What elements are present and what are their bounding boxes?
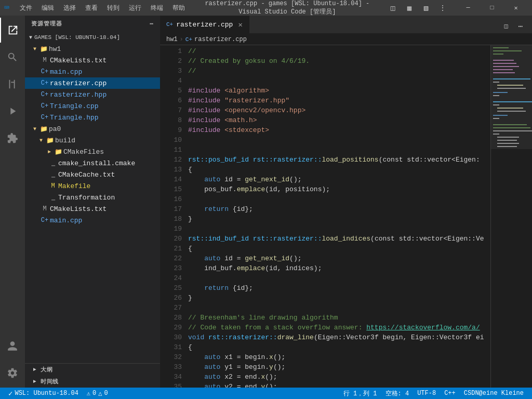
cmake-install-icon: ⎯ (48, 159, 58, 167)
tree-folder-cmakefiles[interactable]: ► 📁 CMakeFiles (25, 146, 160, 157)
activity-run[interactable] (0, 99, 25, 124)
code-line-17: return {id}; (188, 204, 490, 214)
activity-search[interactable] (0, 45, 25, 70)
build-label: build (55, 137, 75, 144)
triangle-cpp-label: Triangle.cpp (50, 102, 99, 110)
encoding-label: UTF-8 (417, 390, 436, 397)
makefile-icon: M (48, 182, 58, 190)
breadcrumb-file[interactable]: rasterizer.cpp (194, 36, 247, 43)
tree-folder-build[interactable]: ▼ 📁 build (25, 135, 160, 146)
code-line-15: pos_buf.emplace(id, positions); (188, 184, 490, 194)
warning-count: 0 (104, 390, 108, 397)
tree-file-main-cpp[interactable]: C+ main.cpp (25, 66, 160, 77)
tree-file-triangle-hpp[interactable]: C+ Triangle.hpp (25, 112, 160, 123)
menu-select[interactable]: 选择 (59, 3, 80, 14)
tree-file-cmakecache[interactable]: ⎯ CMakeCache.txt (25, 169, 160, 180)
activity-settings[interactable] (0, 361, 25, 385)
tab-close-button[interactable]: ✕ (238, 20, 242, 29)
code-line-23: ind_buf.emplace(id, indices); (188, 263, 490, 273)
status-spaces[interactable]: 空格: 4 (381, 388, 414, 399)
menu-edit[interactable]: 编辑 (37, 3, 58, 14)
code-line-30: void rst::rasterizer::draw_line(Eigen::V… (188, 332, 490, 342)
breadcrumb-hw1[interactable]: hw1 (166, 36, 178, 43)
sidebar-more-button[interactable]: ⋯ (150, 20, 154, 27)
maximize-button[interactable]: □ (480, 0, 504, 16)
transformation-label: Transformation (58, 194, 115, 202)
code-line-9: #include <stdexcept> (188, 125, 490, 135)
cmakecache-icon: ⎯ (48, 171, 58, 178)
minimize-button[interactable]: — (456, 0, 480, 16)
tree-file-rasterizer-cpp[interactable]: C+ rasterizer.cpp (25, 77, 160, 89)
split-editor-right-button[interactable]: ◫ (499, 19, 513, 33)
code-editor: 12345 678910 1112131415 1617181920 21222… (160, 45, 532, 388)
editor-area: C+ rasterizer.cpp ✕ ◫ ⋯ hw1 › C+ rasteri… (160, 16, 532, 388)
activity-source-control[interactable] (0, 72, 25, 97)
split-editor-button[interactable]: ◫ (385, 1, 400, 15)
tree-file-cmakelists2[interactable]: M CMakeLists.txt (25, 203, 160, 215)
activity-account[interactable] (0, 334, 25, 358)
code-line-12: rst::pos_buf_id rst::rasterizer::load_po… (188, 155, 490, 165)
tree-file-makefile[interactable]: M Makefile (25, 180, 160, 192)
hw1-label: hw1 (49, 45, 61, 53)
status-position[interactable]: 行 1，列 1 (339, 388, 381, 399)
cpp-icon2: C+ (39, 79, 50, 87)
window-controls: — □ ✕ (456, 0, 528, 16)
code-line-31: { (188, 342, 490, 352)
rasterizer-hpp-label: rasterizer.hpp (50, 91, 107, 99)
tab-label: rasterizer.cpp (176, 21, 233, 29)
code-line-16 (188, 194, 490, 204)
menu-run[interactable]: 运行 (125, 3, 145, 14)
menu-view[interactable]: 查看 (81, 3, 102, 14)
folder-icon: 📁 (38, 45, 49, 53)
hw1-chevron: ▼ (31, 46, 38, 52)
tree-folder-pa0[interactable]: ▼ 📁 pa0 (25, 123, 160, 135)
activity-explorer[interactable] (0, 18, 25, 43)
tab-rasterizer[interactable]: C+ rasterizer.cpp ✕ (160, 16, 249, 33)
tree-file-main-cpp2[interactable]: C+ main.cpp (25, 215, 160, 226)
tree-root[interactable]: ▼ GAMES [WSL: UBUNTU-18.04] (25, 32, 160, 43)
tree-folder-hw1[interactable]: ▼ 📁 hw1 (25, 43, 160, 55)
status-language[interactable]: C++ (440, 388, 460, 399)
code-line-33: auto y1 = begin.y(); (188, 362, 490, 372)
code-line-4 (188, 76, 490, 86)
tree-file-cmake-install[interactable]: ⎯ cmake_install.cmake (25, 157, 160, 169)
tree-file-cmakelists[interactable]: M CMakeLists.txt (25, 55, 160, 66)
toggle-panel-button[interactable]: ▦ (402, 1, 417, 15)
status-errors[interactable]: ⚠ 0 △ 0 (83, 388, 112, 399)
line-numbers: 12345 678910 1112131415 1617181920 21222… (160, 45, 186, 388)
status-extra[interactable]: CSDN@eine Kleine (460, 388, 528, 399)
code-line-19 (188, 224, 490, 234)
menu-goto[interactable]: 转到 (103, 3, 124, 14)
menu-file[interactable]: 文件 (16, 3, 36, 14)
tree-file-transformation[interactable]: ⎯ Transformation (25, 192, 160, 203)
timeline-section-header[interactable]: ► 时间线 (25, 376, 160, 388)
toggle-sidebar-button[interactable]: ▧ (419, 1, 433, 15)
code-line-11 (188, 145, 490, 155)
cmake-icon: M (39, 57, 50, 64)
cpp-icon4: C+ (39, 217, 50, 224)
status-wsl[interactable]: ✓ WSL: Ubuntu-18.04 (4, 388, 83, 399)
tree-file-triangle-cpp[interactable]: C+ Triangle.cpp (25, 100, 160, 112)
code-line-35: auto y2 = end.y(); (188, 382, 490, 388)
more-actions-button[interactable]: ⋯ (513, 19, 528, 33)
code-line-34: auto x2 = end.x(); (188, 372, 490, 382)
close-button[interactable]: ✕ (504, 0, 528, 16)
warning-icon: △ (98, 390, 102, 397)
root-label: GAMES [WSL: UBUNTU-18.04] (34, 34, 120, 41)
outline-section-header[interactable]: ► 大纲 (25, 364, 160, 376)
main-layout: 资源管理器 ⋯ ▼ GAMES [WSL: UBUNTU-18.04] ▼ 📁 … (0, 16, 532, 388)
pa0-label: pa0 (49, 125, 61, 133)
tree-file-rasterizer-hpp[interactable]: C+ rasterizer.hpp (25, 89, 160, 100)
root-chevron: ▼ (27, 35, 34, 41)
editor-actions: ◫ ⋯ (499, 19, 532, 33)
breadcrumb: hw1 › C+ rasterizer.cpp (160, 34, 532, 45)
menu-help[interactable]: 帮助 (168, 3, 189, 14)
customize-layout-button[interactable]: ⋮ (435, 1, 450, 15)
vscode-logo: ⌨ (4, 3, 9, 13)
status-encoding[interactable]: UTF-8 (413, 388, 440, 399)
activity-extensions[interactable] (0, 126, 25, 151)
folder-pa0-icon: 📁 (38, 125, 49, 133)
language-label: C++ (444, 390, 456, 397)
code-content[interactable]: // // Created by goksu on 4/6/19. // #in… (186, 45, 490, 388)
menu-terminal[interactable]: 终端 (147, 3, 167, 14)
